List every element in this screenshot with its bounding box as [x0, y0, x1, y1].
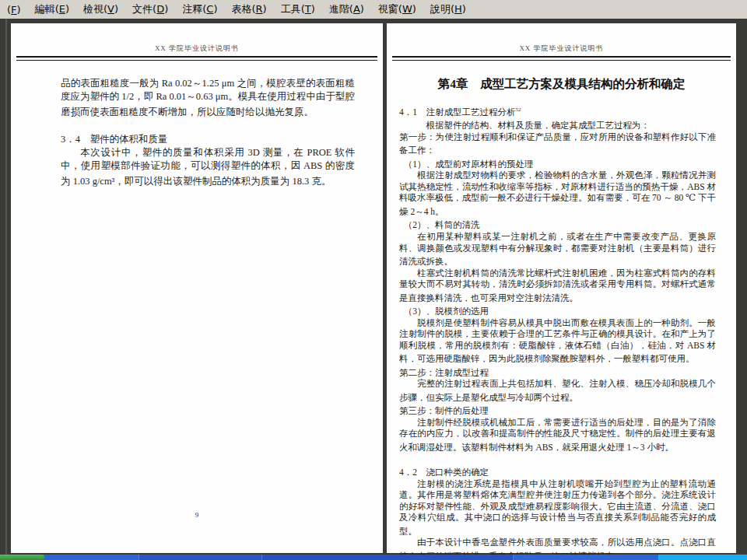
header-rule: [392, 56, 731, 61]
paragraph: 3．4 塑件的体积和质量: [61, 131, 355, 146]
paragraph: 在初用某种塑料或某一注射机之前，或者在生产中需要改变产品、更换原料、调换颜色或发…: [399, 231, 716, 268]
paragraph: 柱塞式注射机料筒的清洗常比螺杆式注射机困难，因为柱塞式料筒内的存料量较大而不易对…: [399, 268, 716, 304]
paragraph: 第二步：注射成型过程: [399, 365, 716, 378]
paragraph: 脱模剂是使塑料制件容易从模具中脱出而敷在模具表面上的一种助剂。一般注射制件的脱模…: [399, 317, 716, 365]
menu-bar: (F) 編輯(E) 檢視(V) 文件(D) 注釋(C) 表格(R) 工具(T) …: [0, 0, 747, 19]
paragraph: 4．2 浇口种类的确定: [399, 464, 716, 478]
taskbar-button[interactable]: [139, 555, 262, 560]
paragraph: 注射模的浇注系统是指模具中从注射机喷嘴开始到型腔为止的塑料流动通道。其作用是将塑…: [399, 478, 716, 537]
paragraph: 本次设计中，塑件的质量和体积采用 3D 测量，在 PROE 软件中，使用塑模部件…: [61, 146, 355, 188]
page-number: 10: [387, 511, 736, 519]
menu-item[interactable]: 說明(H): [423, 1, 473, 18]
paragraph: 根据塑件的结构、材料及质量，确定其成型工艺过程为：: [399, 117, 716, 131]
menu-item[interactable]: 注釋(C): [175, 1, 224, 18]
menu-item[interactable]: (F): [0, 2, 28, 17]
paragraph: 品的表面粗糙度一般为 Ra 0.02～1.25 μm 之间，模腔表壁的表面粗糙度…: [61, 77, 355, 119]
menu-item[interactable]: 視窗(W): [371, 1, 423, 18]
paragraph: （1）、成型前对原材料的预处理: [399, 156, 716, 170]
paragraph: 4．1 注射成型工艺过程分析52: [399, 104, 716, 117]
paragraph: 注射制件经脱模或机械加工后，常需要进行适当的后处理，目的是为了消除存在的内应力，…: [399, 417, 716, 453]
taskbar-button[interactable]: [261, 555, 514, 560]
header-rule: [16, 56, 377, 61]
system-tray[interactable]: [658, 555, 747, 560]
page-number: 9: [11, 511, 383, 519]
paragraph: 第三步：制件的后处理: [399, 403, 716, 416]
window-edge: [5, 19, 7, 555]
paragraph: 完整的注射过程表面上共包括加料、塑化、注射入模、稳压冷却和脱模几个步骤，但实际上…: [399, 378, 716, 403]
chapter-title: 第4章 成型工艺方案及模具结构的分析和确定: [387, 76, 736, 93]
menu-item[interactable]: 表格(R): [224, 1, 273, 18]
document-page-left: XX 学院毕业设计说明书 品的表面粗糙度一般为 Ra 0.02～1.25 μm …: [11, 23, 383, 553]
taskbar: [0, 555, 747, 560]
paragraph: 根据注射成型对物料的要求，检验物料的含水量，外观色泽，颗粒情况并测试其热稳定性，…: [399, 170, 716, 217]
menu-item[interactable]: 檢視(V): [76, 1, 125, 18]
paragraph: （3）、脱模剂的选用: [399, 303, 716, 317]
paragraph: 第一步：为使注射过程顺利和保证产品质量，应对所用的设备和塑料作好以下准备工作：: [399, 131, 716, 156]
page-body: 4．1 注射成型工艺过程分析52 根据塑件的结构、材料及质量，确定其成型工艺过程…: [399, 104, 716, 560]
paragraph: （2）、料筒的清洗: [399, 217, 716, 230]
menu-item[interactable]: 編輯(E): [28, 1, 76, 18]
page-body: 品的表面粗糙度一般为 Ra 0.02～1.25 μm 之间，模腔表壁的表面粗糙度…: [61, 77, 355, 188]
running-header: XX 学院毕业设计说明书: [11, 44, 383, 54]
document-viewport[interactable]: XX 学院毕业设计说明书 品的表面粗糙度一般为 Ra 0.02～1.25 μm …: [0, 19, 747, 555]
menu-item[interactable]: 進階(A): [322, 1, 371, 18]
reference-superscript: 52: [516, 107, 521, 113]
running-header: XX 学院毕业设计说明书: [387, 44, 736, 54]
start-button[interactable]: [0, 555, 44, 560]
document-page-right: XX 学院毕业设计说明书 第4章 成型工艺方案及模具结构的分析和确定 4．1 注…: [387, 23, 736, 553]
menu-item[interactable]: 文件(D): [125, 1, 175, 18]
menu-item[interactable]: 工具(T): [274, 1, 322, 18]
screen: (F) 編輯(E) 檢視(V) 文件(D) 注釋(C) 表格(R) 工具(T) …: [0, 0, 747, 560]
